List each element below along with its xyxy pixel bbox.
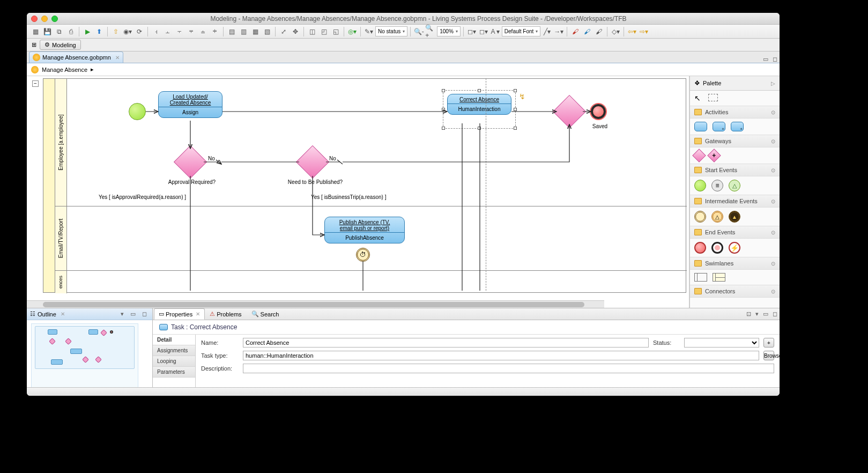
side-tab-looping[interactable]: Looping xyxy=(153,356,195,367)
tasktype-field[interactable] xyxy=(243,351,759,360)
fwd-icon[interactable]: ⇨▾ xyxy=(639,26,649,37)
palette-intermediate-icon[interactable] xyxy=(694,211,706,223)
palette-header[interactable]: ❖ Palette ▷ xyxy=(690,76,780,91)
align-middle-icon[interactable]: ⫨ xyxy=(198,26,209,37)
fill-color-icon[interactable]: ◻▾ xyxy=(466,26,477,37)
align-bottom-icon[interactable]: ⫩ xyxy=(210,26,220,37)
align-right-icon[interactable]: ⫟ xyxy=(174,26,185,37)
new-icon[interactable]: ▦ xyxy=(30,26,41,37)
zoom-in-icon[interactable]: 🔍+ xyxy=(425,26,436,37)
props-tool-a-icon[interactable]: ⊡ xyxy=(744,311,753,317)
palette-intermediate-signal-icon[interactable]: △ xyxy=(711,211,723,223)
brush-blue-icon[interactable]: 🖌 xyxy=(582,26,592,37)
diagram-canvas[interactable]: − Employee [a.employee] Email/TV/Report … xyxy=(27,76,689,308)
palette-callactivity-icon[interactable] xyxy=(731,122,744,131)
palette-end-terminate-icon[interactable] xyxy=(711,242,723,254)
marquee-tool[interactable] xyxy=(708,94,718,101)
palette-end-error-icon[interactable]: ⚡ xyxy=(729,242,740,254)
tab-properties[interactable]: ▭Properties✕ xyxy=(154,308,205,320)
align-center-icon[interactable]: ⫠ xyxy=(162,26,173,37)
open-perspective-icon[interactable]: ⊞ xyxy=(30,41,38,48)
pin-icon[interactable]: ✎▾ xyxy=(363,26,374,37)
select-tool[interactable]: ↖ xyxy=(694,94,703,102)
side-tab-detail[interactable]: Detail xyxy=(153,335,195,345)
refresh-icon[interactable]: ⟳ xyxy=(134,26,145,37)
upload-icon[interactable]: ⬆ xyxy=(94,26,105,37)
brush-plain-icon[interactable]: 🖌 xyxy=(593,26,604,37)
palette-collapse-icon[interactable]: ▷ xyxy=(771,80,775,86)
palette-end-event-icon[interactable] xyxy=(694,242,706,254)
chevron-right-icon[interactable]: ▸ xyxy=(91,66,94,73)
end-event-saved[interactable] xyxy=(591,104,606,119)
window-zoom-icon[interactable] xyxy=(51,16,58,22)
line-color-icon[interactable]: ◻▾ xyxy=(478,26,489,37)
window-min-icon[interactable] xyxy=(41,16,48,22)
scrollbar-thumb[interactable] xyxy=(43,302,584,307)
breadcrumb-text[interactable]: Manage Absence xyxy=(42,66,87,73)
palette-gateway-parallel-icon[interactable] xyxy=(707,149,721,162)
palette-intermediate-throw-icon[interactable]: ▲ xyxy=(729,211,740,223)
timer-boundary-event[interactable]: ⏱ xyxy=(356,248,370,262)
outline-min-icon[interactable]: ▭ xyxy=(128,311,138,317)
drawer-end[interactable]: End Events⊙ xyxy=(690,226,780,239)
arrow-style-icon[interactable]: →▾ xyxy=(553,26,564,37)
tab-search[interactable]: 🔍Search xyxy=(247,308,284,320)
print-icon[interactable]: ⎙ xyxy=(65,26,76,37)
start-event[interactable] xyxy=(129,103,146,120)
move-icon[interactable]: ✥ xyxy=(290,26,301,37)
props-menu-icon[interactable]: ▾ xyxy=(753,311,761,317)
task-load-absence[interactable]: Load Updated/ Created Absence Assign xyxy=(158,91,222,118)
status-add-button[interactable]: + xyxy=(763,338,774,348)
back-icon[interactable]: ⇦▾ xyxy=(627,26,637,37)
lane-ences-header[interactable]: ences xyxy=(55,271,67,293)
align-left-icon[interactable]: ⫞ xyxy=(151,26,161,37)
pool-header[interactable] xyxy=(43,79,55,292)
layer-a-icon[interactable]: ◫ xyxy=(307,26,317,37)
close-tab-icon[interactable]: ✕ xyxy=(115,55,120,61)
browse-button[interactable]: Browse... xyxy=(763,351,774,360)
zoom-dropdown[interactable]: 100% xyxy=(437,26,461,36)
layer-c-icon[interactable]: ◱ xyxy=(330,26,341,37)
props-min-icon[interactable]: ▭ xyxy=(761,311,770,317)
minimize-view-icon[interactable]: ▭ xyxy=(761,56,770,63)
eye-icon[interactable]: ◉▾ xyxy=(122,26,133,37)
palette-subprocess-icon[interactable] xyxy=(713,122,725,131)
font-a-icon[interactable]: A ▾ xyxy=(490,26,501,37)
drawer-start[interactable]: Start Events⊙ xyxy=(690,164,780,176)
drawer-swimlanes[interactable]: Swimlanes⊙ xyxy=(690,257,780,270)
deco-a-icon[interactable]: ◇▾ xyxy=(610,26,621,37)
props-max-icon[interactable]: ◻ xyxy=(770,311,780,317)
drawer-activities[interactable]: Activities⊙ xyxy=(690,106,780,119)
tab-properties-close[interactable]: ✕ xyxy=(196,311,200,317)
up-arrow-icon[interactable]: ⇧ xyxy=(110,26,121,37)
outline-close-icon[interactable]: ✕ xyxy=(61,311,65,317)
side-tab-assignments[interactable]: Assignments xyxy=(153,345,195,356)
grid-d-icon[interactable]: ▧ xyxy=(262,26,272,37)
line-style-icon[interactable]: ╱▾ xyxy=(541,26,552,37)
font-dropdown[interactable]: Default Font xyxy=(502,26,540,36)
lane-employee[interactable]: Employee [a.employee] xyxy=(55,79,687,206)
grid-c-icon[interactable]: ▦ xyxy=(250,26,261,37)
status-dropdown[interactable]: No status xyxy=(375,26,407,36)
save-all-icon[interactable]: ⧉ xyxy=(54,26,64,37)
grid-b-icon[interactable]: ▥ xyxy=(238,26,249,37)
task-decorator-icon[interactable]: ↯ xyxy=(519,92,525,101)
window-close-icon[interactable] xyxy=(31,16,38,22)
palette-start-signal-icon[interactable]: △ xyxy=(729,180,740,191)
run-icon[interactable]: ▶ xyxy=(82,26,93,37)
save-icon[interactable]: 💾 xyxy=(42,26,53,37)
lane-ences[interactable]: ences xyxy=(55,271,687,293)
zoom-out-icon[interactable]: 🔍- xyxy=(413,26,424,37)
canvas-h-scrollbar[interactable] xyxy=(27,300,604,308)
description-field[interactable] xyxy=(243,364,774,373)
palette-task-icon[interactable] xyxy=(694,122,707,131)
tab-problems[interactable]: ⚠Problems xyxy=(205,308,246,320)
validate-icon[interactable]: ◎▾ xyxy=(347,26,358,37)
palette-start-conditional-icon[interactable]: ≡ xyxy=(711,180,723,191)
outline-max-icon[interactable]: ◻ xyxy=(140,311,149,317)
align-top-icon[interactable]: ⫧ xyxy=(186,26,197,37)
brush-red-icon[interactable]: 🖌 xyxy=(570,26,581,37)
palette-pool-icon[interactable] xyxy=(694,273,707,282)
palette-lane-icon[interactable] xyxy=(713,273,725,282)
drawer-intermediate[interactable]: Intermediate Events⊙ xyxy=(690,195,780,208)
